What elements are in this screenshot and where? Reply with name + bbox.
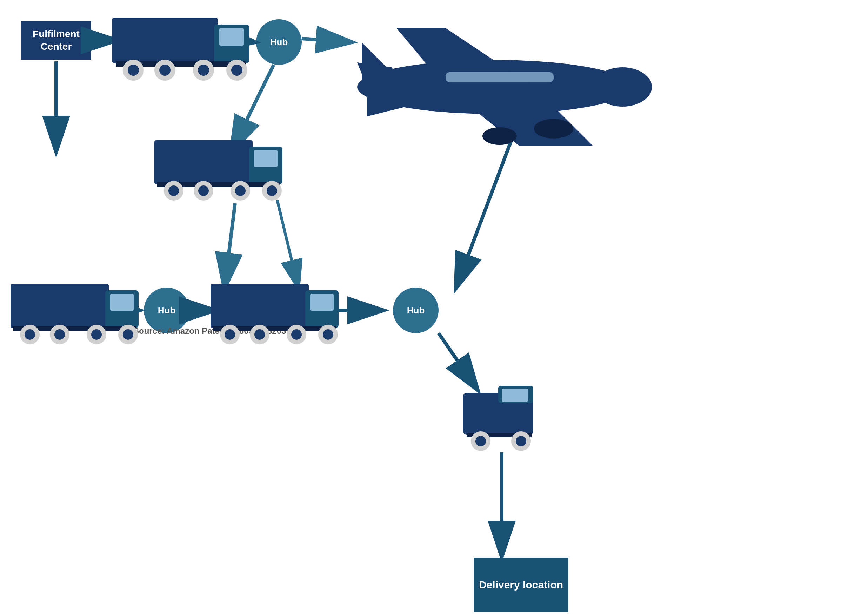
svg-point-72 xyxy=(483,127,517,145)
svg-rect-29 xyxy=(254,150,278,167)
truck-3-bottom-left xyxy=(11,284,138,344)
svg-point-26 xyxy=(231,65,242,76)
svg-point-22 xyxy=(159,65,171,76)
svg-rect-70 xyxy=(446,72,554,82)
svg-point-38 xyxy=(267,186,277,196)
svg-point-80 xyxy=(516,436,526,447)
truck-1-top xyxy=(112,17,249,81)
truck-4-bottom-middle xyxy=(211,284,339,344)
svg-line-6 xyxy=(302,39,351,42)
svg-marker-68 xyxy=(367,87,406,116)
svg-point-44 xyxy=(25,329,35,340)
svg-point-56 xyxy=(225,329,235,340)
svg-rect-27 xyxy=(154,140,253,184)
svg-point-50 xyxy=(123,329,134,340)
svg-rect-51 xyxy=(211,284,309,328)
svg-point-71 xyxy=(534,119,573,138)
svg-rect-39 xyxy=(11,284,109,328)
svg-point-62 xyxy=(323,329,333,340)
delivery-van-icon xyxy=(463,386,533,451)
svg-line-13 xyxy=(439,333,477,389)
svg-point-78 xyxy=(475,436,486,447)
svg-rect-41 xyxy=(110,294,134,311)
svg-point-24 xyxy=(198,65,209,76)
svg-line-12 xyxy=(456,119,519,288)
svg-line-7 xyxy=(225,203,235,288)
svg-line-8 xyxy=(277,200,298,288)
diagram-svg xyxy=(0,0,868,614)
svg-point-32 xyxy=(168,186,179,196)
airplane-icon xyxy=(357,28,652,146)
svg-point-60 xyxy=(291,329,302,340)
svg-point-46 xyxy=(54,329,65,340)
svg-point-34 xyxy=(198,186,209,196)
svg-point-58 xyxy=(255,329,265,340)
svg-rect-17 xyxy=(219,28,244,46)
truck-2-middle xyxy=(154,140,283,201)
svg-rect-53 xyxy=(310,294,334,311)
diagram-container: Fulfilment Center Hub Hub Hub Delivery l… xyxy=(0,0,868,614)
svg-rect-75 xyxy=(502,389,528,402)
svg-point-48 xyxy=(91,329,102,340)
svg-point-36 xyxy=(235,186,245,196)
svg-point-20 xyxy=(128,65,139,76)
svg-rect-15 xyxy=(112,17,217,63)
svg-point-64 xyxy=(593,67,652,107)
